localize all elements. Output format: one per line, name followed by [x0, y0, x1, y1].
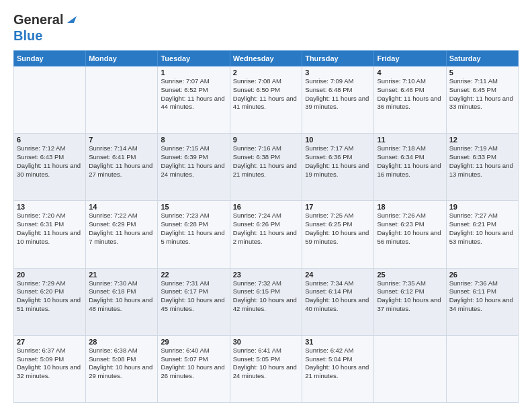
day-info: Sunrise: 6:42 AM Sunset: 5:04 PM Dayligh… [305, 347, 371, 381]
calendar-day-cell: 24Sunrise: 7:34 AM Sunset: 6:14 PM Dayli… [302, 268, 374, 335]
day-info: Sunrise: 7:25 AM Sunset: 6:25 PM Dayligh… [305, 212, 371, 246]
calendar-day-cell: 3Sunrise: 7:09 AM Sunset: 6:48 PM Daylig… [302, 66, 374, 134]
day-info: Sunrise: 7:22 AM Sunset: 6:29 PM Dayligh… [89, 212, 154, 246]
day-number: 30 [233, 338, 299, 346]
day-info: Sunrise: 7:29 AM Sunset: 6:20 PM Dayligh… [17, 279, 83, 314]
calendar-day-cell: 25Sunrise: 7:35 AM Sunset: 6:12 PM Dayli… [374, 268, 446, 335]
day-number: 31 [305, 338, 371, 346]
day-number: 10 [305, 136, 371, 144]
logo-arrow-icon [64, 11, 79, 26]
logo: General Blue [13, 11, 79, 44]
calendar-day-cell: 20Sunrise: 7:29 AM Sunset: 6:20 PM Dayli… [14, 268, 86, 335]
day-info: Sunrise: 7:17 AM Sunset: 6:36 PM Dayligh… [305, 144, 371, 179]
calendar-day-cell: 27Sunrise: 6:37 AM Sunset: 5:09 PM Dayli… [14, 335, 86, 402]
day-number: 12 [449, 136, 515, 144]
day-info: Sunrise: 7:16 AM Sunset: 6:38 PM Dayligh… [233, 144, 299, 179]
logo-general: General [13, 12, 63, 28]
day-number: 24 [305, 271, 371, 279]
calendar-day-cell: 12Sunrise: 7:19 AM Sunset: 6:33 PM Dayli… [446, 134, 518, 201]
calendar-day-cell: 14Sunrise: 7:22 AM Sunset: 6:29 PM Dayli… [86, 201, 158, 268]
day-of-week-header: Friday [374, 51, 446, 66]
day-info: Sunrise: 7:34 AM Sunset: 6:14 PM Dayligh… [305, 279, 371, 314]
day-number: 28 [89, 338, 154, 346]
day-number: 25 [377, 271, 443, 279]
day-info: Sunrise: 7:09 AM Sunset: 6:48 PM Dayligh… [305, 77, 371, 111]
calendar-day-cell: 10Sunrise: 7:17 AM Sunset: 6:36 PM Dayli… [302, 134, 374, 201]
day-info: Sunrise: 7:20 AM Sunset: 6:31 PM Dayligh… [17, 212, 83, 246]
day-number: 26 [449, 271, 515, 279]
calendar-day-cell: 9Sunrise: 7:16 AM Sunset: 6:38 PM Daylig… [230, 134, 302, 201]
calendar-table: SundayMondayTuesdayWednesdayThursdayFrid… [13, 50, 519, 403]
day-of-week-header: Saturday [446, 51, 518, 66]
day-info: Sunrise: 7:11 AM Sunset: 6:45 PM Dayligh… [449, 77, 515, 111]
calendar-header-row: SundayMondayTuesdayWednesdayThursdayFrid… [14, 51, 519, 66]
day-number: 29 [161, 338, 226, 346]
logo-blue: Blue [13, 28, 42, 43]
day-info: Sunrise: 7:35 AM Sunset: 6:12 PM Dayligh… [377, 279, 443, 314]
day-info: Sunrise: 6:38 AM Sunset: 5:08 PM Dayligh… [89, 347, 154, 381]
day-info: Sunrise: 7:24 AM Sunset: 6:26 PM Dayligh… [233, 212, 299, 246]
calendar-week-row: 27Sunrise: 6:37 AM Sunset: 5:09 PM Dayli… [14, 335, 519, 402]
calendar-day-cell: 29Sunrise: 6:40 AM Sunset: 5:07 PM Dayli… [158, 335, 230, 402]
day-number: 20 [17, 271, 83, 279]
day-number: 17 [305, 203, 371, 211]
calendar-day-cell: 22Sunrise: 7:31 AM Sunset: 6:17 PM Dayli… [158, 268, 230, 335]
day-info: Sunrise: 7:08 AM Sunset: 6:50 PM Dayligh… [233, 77, 299, 111]
calendar-day-cell: 4Sunrise: 7:10 AM Sunset: 6:46 PM Daylig… [374, 66, 446, 134]
day-number: 15 [161, 203, 226, 211]
calendar-day-cell: 16Sunrise: 7:24 AM Sunset: 6:26 PM Dayli… [230, 201, 302, 268]
day-number: 2 [233, 68, 299, 77]
day-number: 11 [377, 136, 443, 144]
day-info: Sunrise: 7:18 AM Sunset: 6:34 PM Dayligh… [377, 144, 443, 179]
calendar-day-cell: 2Sunrise: 7:08 AM Sunset: 6:50 PM Daylig… [230, 66, 302, 134]
day-number: 3 [305, 68, 371, 77]
day-info: Sunrise: 7:12 AM Sunset: 6:43 PM Dayligh… [17, 144, 83, 179]
day-info: Sunrise: 7:27 AM Sunset: 6:21 PM Dayligh… [449, 212, 515, 246]
day-number: 22 [161, 271, 226, 279]
day-info: Sunrise: 7:36 AM Sunset: 6:11 PM Dayligh… [449, 279, 515, 314]
day-info: Sunrise: 7:23 AM Sunset: 6:28 PM Dayligh… [161, 212, 226, 246]
day-info: Sunrise: 7:30 AM Sunset: 6:18 PM Dayligh… [89, 279, 154, 314]
calendar-day-cell: 28Sunrise: 6:38 AM Sunset: 5:08 PM Dayli… [86, 335, 158, 402]
calendar-day-cell: 30Sunrise: 6:41 AM Sunset: 5:05 PM Dayli… [230, 335, 302, 402]
calendar-day-cell: 8Sunrise: 7:15 AM Sunset: 6:39 PM Daylig… [158, 134, 230, 201]
day-info: Sunrise: 7:10 AM Sunset: 6:46 PM Dayligh… [377, 77, 443, 111]
day-number: 9 [233, 136, 299, 144]
day-info: Sunrise: 7:19 AM Sunset: 6:33 PM Dayligh… [449, 144, 515, 179]
day-number: 19 [449, 203, 515, 211]
day-of-week-header: Wednesday [230, 51, 302, 66]
calendar-day-cell: 13Sunrise: 7:20 AM Sunset: 6:31 PM Dayli… [14, 201, 86, 268]
calendar-day-cell: 15Sunrise: 7:23 AM Sunset: 6:28 PM Dayli… [158, 201, 230, 268]
day-info: Sunrise: 7:31 AM Sunset: 6:17 PM Dayligh… [161, 279, 226, 314]
calendar-day-cell [86, 66, 158, 134]
calendar-day-cell: 17Sunrise: 7:25 AM Sunset: 6:25 PM Dayli… [302, 201, 374, 268]
calendar-day-cell: 26Sunrise: 7:36 AM Sunset: 6:11 PM Dayli… [446, 268, 518, 335]
day-number: 21 [89, 271, 154, 279]
day-number: 4 [377, 68, 443, 77]
day-number: 7 [89, 136, 154, 144]
calendar-week-row: 1Sunrise: 7:07 AM Sunset: 6:52 PM Daylig… [14, 66, 519, 134]
calendar-day-cell [446, 335, 518, 402]
day-number: 27 [17, 338, 83, 346]
day-info: Sunrise: 6:37 AM Sunset: 5:09 PM Dayligh… [17, 347, 83, 381]
day-number: 13 [17, 203, 83, 211]
day-info: Sunrise: 6:40 AM Sunset: 5:07 PM Dayligh… [161, 347, 226, 381]
calendar-day-cell: 1Sunrise: 7:07 AM Sunset: 6:52 PM Daylig… [158, 66, 230, 134]
calendar-day-cell: 5Sunrise: 7:11 AM Sunset: 6:45 PM Daylig… [446, 66, 518, 134]
day-number: 8 [161, 136, 226, 144]
calendar-day-cell [14, 66, 86, 134]
day-number: 23 [233, 271, 299, 279]
calendar-week-row: 20Sunrise: 7:29 AM Sunset: 6:20 PM Dayli… [14, 268, 519, 335]
calendar-day-cell: 21Sunrise: 7:30 AM Sunset: 6:18 PM Dayli… [86, 268, 158, 335]
day-info: Sunrise: 7:26 AM Sunset: 6:23 PM Dayligh… [377, 212, 443, 246]
svg-marker-0 [67, 16, 77, 23]
header: General Blue [13, 11, 519, 44]
day-number: 5 [449, 68, 515, 77]
calendar-day-cell: 19Sunrise: 7:27 AM Sunset: 6:21 PM Dayli… [446, 201, 518, 268]
calendar-day-cell [374, 335, 446, 402]
page: General Blue SundayMondayTuesdayWednesda… [0, 0, 532, 411]
calendar-day-cell: 31Sunrise: 6:42 AM Sunset: 5:04 PM Dayli… [302, 335, 374, 402]
day-info: Sunrise: 7:14 AM Sunset: 6:41 PM Dayligh… [89, 144, 154, 179]
calendar-day-cell: 18Sunrise: 7:26 AM Sunset: 6:23 PM Dayli… [374, 201, 446, 268]
day-number: 6 [17, 136, 83, 144]
